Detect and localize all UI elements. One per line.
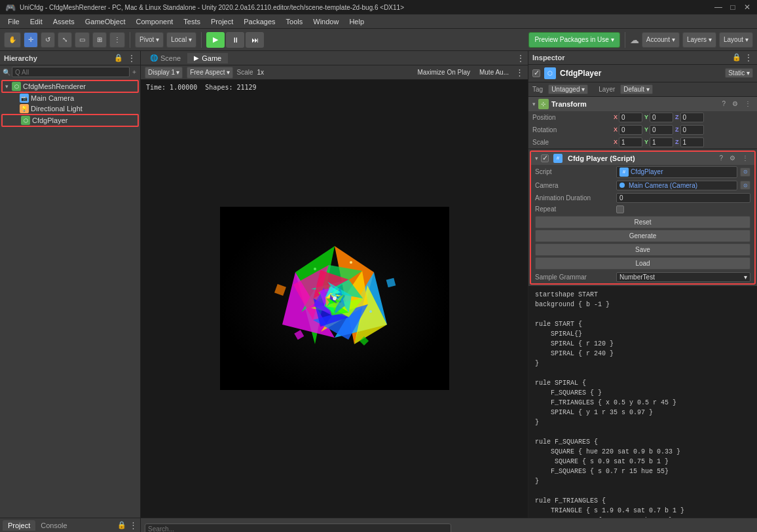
layer-dropdown[interactable]: Default ▾ bbox=[620, 84, 652, 94]
svg-point-34 bbox=[369, 310, 372, 313]
layers-dropdown[interactable]: Layers ▾ bbox=[682, 32, 716, 48]
menu-assets[interactable]: Assets bbox=[48, 16, 80, 27]
save-button[interactable]: Save bbox=[535, 243, 750, 256]
hierarchy-add-icon[interactable]: ＋ bbox=[131, 67, 138, 77]
local-dropdown[interactable]: Local ▾ bbox=[166, 32, 196, 48]
camera-pick-btn[interactable]: ⊙ bbox=[740, 181, 750, 190]
scale-x-input[interactable]: 1 bbox=[619, 137, 642, 147]
assets-search-input[interactable] bbox=[145, 523, 451, 533]
tool-transform[interactable]: ⊞ bbox=[92, 32, 107, 48]
object-enabled-checkbox[interactable]: ✓ bbox=[532, 69, 540, 77]
sample-grammar-dropdown[interactable]: NumberTest ▾ bbox=[616, 272, 750, 282]
script-header[interactable]: ▾ ✓ # Cfdg Player (Script) ? ⚙ ⋮ bbox=[531, 152, 754, 165]
tool-scale[interactable]: ⤡ bbox=[58, 32, 72, 48]
tool-rect[interactable]: ▭ bbox=[75, 32, 90, 48]
inspector-header: Inspector 🔒 ⋮ bbox=[528, 51, 757, 65]
scale-z-input[interactable]: 1 bbox=[680, 137, 704, 147]
reset-button[interactable]: Reset bbox=[535, 216, 750, 228]
object-static-dropdown[interactable]: Static ▾ bbox=[725, 68, 753, 78]
menu-file[interactable]: File bbox=[3, 16, 25, 27]
pos-x-input[interactable]: 0 bbox=[619, 113, 642, 122]
tab-project[interactable]: Project bbox=[3, 520, 35, 531]
tab-console[interactable]: Console bbox=[35, 520, 72, 531]
code-line-17: } bbox=[535, 476, 750, 486]
menu-window[interactable]: Window bbox=[308, 16, 344, 27]
anim-duration-value[interactable]: 0 bbox=[616, 193, 750, 203]
pivot-dropdown[interactable]: Pivot ▾ bbox=[135, 32, 164, 48]
code-line-13: rule F_SQUARES { bbox=[535, 437, 750, 447]
hier-item-cfdgmeshrenderer[interactable]: ▾ ⬡ CfdgMeshRenderer bbox=[1, 80, 139, 93]
transform-header[interactable]: ▾ ⊹ Transform ? ⚙ ⋮ bbox=[528, 97, 757, 111]
tag-layer-row: Tag Untagged ▾ Layer Default ▾ bbox=[528, 82, 757, 97]
maximize-label: Maximize On Play bbox=[417, 69, 470, 76]
pivot-label: Pivot bbox=[139, 36, 154, 43]
script-help-btn[interactable]: ? bbox=[717, 154, 725, 162]
hierarchy-search-input[interactable] bbox=[12, 67, 130, 77]
menu-help[interactable]: Help bbox=[344, 16, 369, 27]
tool-move[interactable]: ✛ bbox=[24, 32, 38, 48]
preview-label: Preview Packages in Use bbox=[534, 36, 608, 43]
transform-help-btn[interactable]: ? bbox=[720, 99, 728, 108]
script-menu-btn[interactable]: ⋮ bbox=[740, 154, 750, 162]
scene-menu-icon[interactable]: ⋮ bbox=[516, 53, 525, 63]
script-pick-btn[interactable]: ⊙ bbox=[740, 168, 750, 177]
tab-scene[interactable]: 🌐 Scene bbox=[143, 53, 187, 63]
menu-edit[interactable]: Edit bbox=[25, 16, 48, 27]
titlebar-title: UniCfdg - CfdgMeshRenderer - PC, Mac & L… bbox=[20, 4, 404, 11]
code-line-11: SPIRAL { y 1 r 35 s 0.97 } bbox=[535, 408, 750, 417]
rot-z-input[interactable]: 0 bbox=[680, 125, 704, 135]
inspector-menu-icon[interactable]: ⋮ bbox=[744, 52, 753, 63]
hier-item-maincamera[interactable]: 📷 Main Camera bbox=[1, 93, 139, 103]
tag-dropdown[interactable]: Untagged ▾ bbox=[548, 84, 588, 94]
tab-game[interactable]: ▶ Game bbox=[187, 53, 228, 63]
pos-x-label: X bbox=[614, 114, 618, 120]
aspect-dropdown[interactable]: Free Aspect ▾ bbox=[187, 67, 232, 79]
layout-dropdown[interactable]: Layout ▾ bbox=[719, 32, 753, 48]
code-line-1: startshape START bbox=[535, 290, 750, 300]
transform-actions: ? ⚙ ⋮ bbox=[720, 99, 753, 108]
layer-arrow: ▾ bbox=[646, 86, 650, 93]
transform-menu-btn[interactable]: ⋮ bbox=[743, 99, 753, 108]
load-button[interactable]: Load bbox=[535, 257, 750, 270]
display-dropdown[interactable]: Display 1 ▾ bbox=[145, 67, 183, 79]
script-component: ▾ ✓ # Cfdg Player (Script) ? ⚙ ⋮ Script … bbox=[530, 151, 756, 285]
repeat-checkbox[interactable] bbox=[616, 205, 624, 213]
tool-hand[interactable]: ✋ bbox=[4, 32, 21, 48]
hier-item-directionallight[interactable]: 💡 Directional Light bbox=[1, 103, 139, 114]
hier-item-cfdgplayer[interactable]: ⬡ CfdgPlayer bbox=[1, 114, 139, 127]
rot-x-input[interactable]: 0 bbox=[619, 125, 642, 135]
camera-label: Camera bbox=[535, 182, 614, 189]
game-toolbar-menu[interactable]: ⋮ bbox=[515, 67, 524, 77]
step-button[interactable]: ⏭ bbox=[246, 32, 264, 48]
object-name: CfdgPlayer bbox=[560, 69, 721, 78]
rot-y-label: Y bbox=[644, 126, 648, 133]
rot-y-input[interactable]: 0 bbox=[650, 125, 673, 135]
menu-component[interactable]: Component bbox=[130, 16, 178, 27]
tool-custom[interactable]: ⋮ bbox=[109, 32, 125, 48]
menu-gameobject[interactable]: GameObject bbox=[80, 16, 131, 27]
preview-packages-button[interactable]: Preview Packages in Use ▾ bbox=[528, 32, 619, 48]
maximize-button[interactable]: □ bbox=[728, 3, 737, 12]
generate-button[interactable]: Generate bbox=[535, 230, 750, 242]
project-menu-icon[interactable]: ⋮ bbox=[129, 520, 138, 530]
pos-y-input[interactable]: 0 bbox=[650, 113, 673, 122]
close-button[interactable]: ✕ bbox=[743, 3, 752, 12]
tool-rotate[interactable]: ↺ bbox=[41, 32, 55, 48]
account-dropdown[interactable]: Account ▾ bbox=[642, 32, 680, 48]
position-label: Position bbox=[532, 114, 611, 121]
scale-label: Scale bbox=[237, 69, 253, 76]
menu-project[interactable]: Project bbox=[206, 16, 238, 27]
minimize-button[interactable]: — bbox=[714, 3, 723, 12]
menu-packages[interactable]: Packages bbox=[238, 16, 280, 27]
play-button[interactable]: ▶ bbox=[206, 32, 225, 48]
script-enabled-checkbox[interactable]: ✓ bbox=[541, 154, 549, 162]
menu-tests[interactable]: Tests bbox=[178, 16, 206, 27]
pos-z-input[interactable]: 0 bbox=[680, 113, 704, 122]
menu-tools[interactable]: Tools bbox=[281, 16, 308, 27]
transform-settings-btn[interactable]: ⚙ bbox=[730, 99, 740, 108]
titlebar-controls[interactable]: — □ ✕ bbox=[714, 3, 752, 12]
svg-point-31 bbox=[333, 296, 337, 300]
pause-button[interactable]: ⏸ bbox=[226, 32, 244, 48]
scale-y-input[interactable]: 1 bbox=[650, 137, 673, 147]
script-settings-btn[interactable]: ⚙ bbox=[728, 154, 737, 162]
